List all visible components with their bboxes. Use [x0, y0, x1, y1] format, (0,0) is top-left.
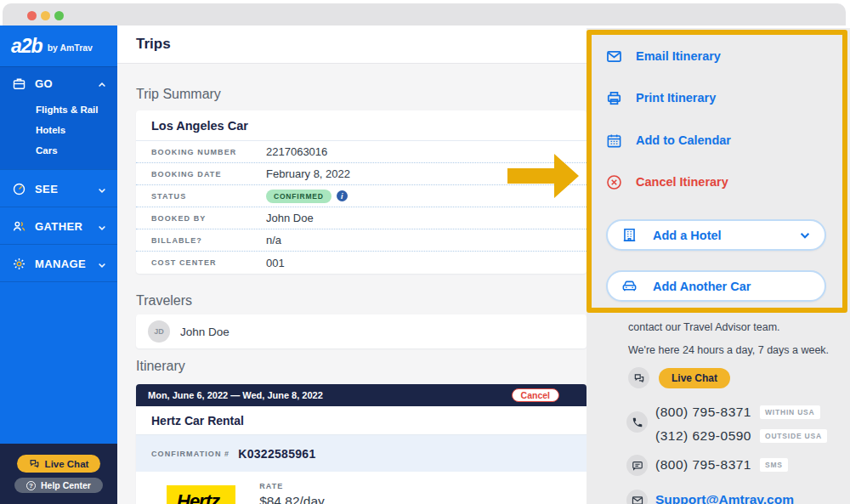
live-chat-button[interactable]: Live Chat	[17, 455, 101, 473]
sidebar-item-hotels[interactable]: Hotels	[0, 120, 117, 140]
avatar: JD	[148, 320, 170, 343]
add-another-car-button[interactable]: Add Another Car	[606, 270, 826, 302]
support-sms-group: (800) 795-8371 SMS	[626, 453, 788, 477]
cancel-segment-button[interactable]: Cancel	[512, 388, 559, 402]
sidebar-item-manage[interactable]: MANAGE	[0, 245, 117, 282]
add-hotel-button[interactable]: Add a Hotel	[606, 219, 826, 251]
support-live-chat-button[interactable]: Live Chat	[659, 368, 730, 388]
trip-title: Los Angeles Car	[151, 119, 248, 133]
hotel-icon	[621, 227, 638, 243]
chevron-down-icon	[97, 258, 107, 269]
itinerary-heading: Itinerary	[136, 359, 185, 374]
phone-number[interactable]: (312) 629-0590	[655, 428, 751, 444]
sidebar-section-manage: MANAGE	[0, 244, 117, 281]
phone-tag: WITHIN USA	[760, 405, 820, 419]
sidebar-section-gather: GATHER	[0, 207, 117, 244]
row-value: 2217063016	[266, 145, 327, 158]
itinerary-date-range: Mon, June 6, 2022 — Wed, June 8, 2022	[148, 390, 512, 400]
email-itinerary-button[interactable]: Email Itinerary	[606, 43, 721, 69]
action-label: Add to Calendar	[636, 133, 731, 147]
action-label: Email Itinerary	[636, 49, 721, 63]
phone-icon	[626, 411, 648, 433]
close-window-icon[interactable]	[27, 11, 37, 20]
row-value: n/a	[266, 234, 281, 246]
summary-row-billable: BILLABLE? n/a	[136, 229, 586, 252]
summary-row-booking-number: BOOKING NUMBER 2217063016	[136, 141, 586, 163]
sidebar-item-label: GATHER	[35, 220, 97, 233]
brand-logo[interactable]: a2b by AmTrav	[0, 25, 117, 66]
main-content: Trips Trip Summary Los Angeles Car BOOKI…	[117, 25, 586, 504]
phone-row-within-usa: (800) 795-8371 WITHIN USA	[655, 400, 827, 424]
traveler-row: JD John Doe	[136, 314, 586, 348]
support-phone-group: (800) 795-8371 WITHIN USA (312) 629-0590…	[626, 400, 827, 448]
sms-icon	[626, 455, 648, 476]
action-label: Cancel Itinerary	[636, 175, 728, 189]
row-label: BOOKING DATE	[151, 170, 266, 178]
rate-label: RATE	[259, 482, 325, 490]
sidebar-item-gather[interactable]: GATHER	[0, 207, 117, 245]
app-window: a2b by AmTrav GO Flights & Rail Hotels C…	[0, 0, 850, 504]
confirmation-number: K0322585961	[238, 447, 315, 461]
window-titlebar	[3, 3, 846, 25]
row-label: BOOKED BY	[151, 214, 266, 223]
trip-summary-card: Los Angeles Car BOOKING NUMBER 221706301…	[136, 110, 586, 274]
vendor-name: Hertz Car Rental	[151, 414, 244, 428]
add-to-calendar-button[interactable]: Add to Calendar	[606, 127, 731, 153]
sms-number[interactable]: (800) 795-8371	[655, 457, 751, 473]
hertz-logo: Hertz.	[167, 485, 235, 504]
traveler-name: John Doe	[180, 326, 230, 338]
row-label: BOOKING NUMBER	[151, 148, 266, 156]
question-mark-icon: ?	[26, 481, 36, 490]
sidebar-item-flights-rail[interactable]: Flights & Rail	[0, 99, 117, 120]
support-text-line1: contact our Travel Advisor team.	[628, 321, 838, 333]
chevron-down-icon	[799, 229, 811, 241]
chevron-up-icon	[97, 78, 107, 88]
sms-row: (800) 795-8371 SMS	[655, 453, 788, 477]
row-value: 001	[266, 257, 285, 269]
sidebar-section-go: GO Flights & Rail Hotels Cars	[0, 66, 117, 169]
travelers-card: JD John Doe	[136, 314, 586, 348]
cancel-itinerary-button[interactable]: Cancel Itinerary	[606, 169, 728, 195]
summary-row-booking-date: BOOKING DATE February 8, 2022	[136, 163, 586, 185]
vendor-row: Hertz Car Rental	[136, 406, 586, 435]
page-header: Trips	[117, 25, 586, 64]
help-center-button[interactable]: ? Help Center	[14, 478, 103, 493]
mail-icon	[626, 490, 648, 504]
sidebar-divider	[0, 281, 117, 288]
phone-row-outside-usa: (312) 629-0590 OUTSIDE USA	[655, 424, 827, 448]
chat-bubbles-icon	[29, 458, 40, 469]
chat-bubbles-icon	[628, 367, 649, 388]
zoom-window-icon[interactable]	[54, 11, 64, 20]
support-chat-row: Live Chat	[628, 367, 730, 388]
support-email-link[interactable]: Support@Amtrav.com	[655, 492, 794, 504]
actions-panel: Email Itinerary Print Itinerary Add to C…	[586, 28, 850, 504]
brand-byline: by AmTrav	[48, 39, 93, 53]
phone-number[interactable]: (800) 795-8371	[655, 405, 751, 420]
sidebar-item-label: MANAGE	[35, 258, 97, 270]
sidebar-item-cars[interactable]: Cars	[0, 140, 117, 161]
confirmation-label: CONFIRMATION #	[151, 450, 230, 458]
envelope-icon	[606, 48, 622, 65]
info-icon[interactable]: i	[337, 190, 348, 201]
minimize-window-icon[interactable]	[41, 11, 50, 20]
gauge-icon	[12, 182, 26, 196]
trip-title-row: Los Angeles Car	[136, 110, 586, 141]
travelers-heading: Travelers	[136, 293, 192, 309]
itinerary-card: Mon, June 6, 2022 — Wed, June 8, 2022 Ca…	[136, 384, 586, 504]
sidebar-item-go[interactable]: GO	[0, 67, 117, 99]
rate-value: $84.82/day	[259, 494, 325, 504]
action-label: Print Itinerary	[636, 91, 716, 105]
sidebar-item-label: GO	[35, 77, 97, 90]
gear-icon	[12, 257, 26, 271]
confirmation-row: CONFIRMATION # K0322585961	[136, 435, 586, 472]
sidebar-footer: Live Chat ? Help Center	[0, 444, 117, 504]
live-chat-label: Live Chat	[45, 459, 89, 469]
print-itinerary-button[interactable]: Print Itinerary	[606, 85, 716, 110]
sidebar-item-see[interactable]: SEE	[0, 170, 117, 207]
page-title: Trips	[136, 36, 171, 53]
summary-row-booked-by: BOOKED BY John Doe	[136, 207, 586, 229]
sidebar-section-see: SEE	[0, 169, 117, 207]
calendar-icon	[606, 133, 622, 149]
row-value: John Doe	[266, 212, 314, 224]
itinerary-date-bar: Mon, June 6, 2022 — Wed, June 8, 2022 Ca…	[136, 384, 586, 406]
